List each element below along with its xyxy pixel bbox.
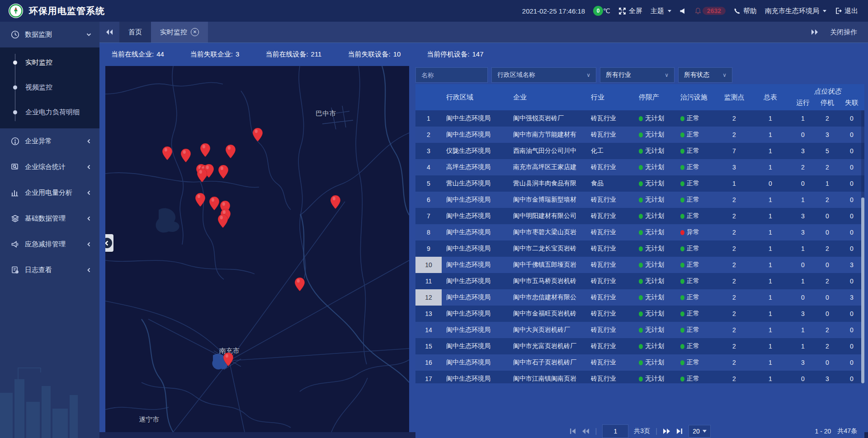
row-total-meter: 1 — [750, 110, 791, 127]
industry-select[interactable]: 所有行业 ∨ — [600, 67, 675, 83]
row-company: 营山县润丰肉食品有限 — [509, 175, 586, 192]
table-row[interactable]: 8 阆中生态环境局 阆中市枣碧大梁山页岩 砖瓦行业 无计划 异常 2 1 3 0… — [415, 224, 864, 240]
table-row[interactable]: 3 仪陇生态环境局 西南油气田分公司川中 化工 无计划 正常 7 1 3 5 0 — [415, 143, 864, 159]
row-index: 1 — [415, 110, 442, 127]
table-row[interactable]: 2 阆中生态环境局 阆中市南方节能建材有 砖瓦行业 无计划 正常 2 1 0 3… — [415, 127, 864, 143]
sidebar-item-power-load-detail[interactable]: 企业电力负荷明细 — [0, 100, 99, 125]
help-button[interactable]: 帮助 — [734, 7, 757, 15]
table-row[interactable]: 14 阆中生态环境局 阆中大兴页岩机砖厂 砖瓦行业 无计划 正常 2 1 1 2… — [415, 322, 864, 338]
row-company: 阆中千佛镇五郎垭页岩 — [509, 257, 586, 273]
row-monitor-points: 2 — [718, 192, 750, 208]
region-select[interactable]: 行政区域名称 ∨ — [491, 67, 596, 83]
table-row[interactable]: 1 阆中生态环境局 阆中强锐页岩砖厂 砖瓦行业 无计划 正常 2 1 1 2 0 — [415, 110, 864, 127]
layers-icon — [11, 214, 19, 223]
stat-label: 当前在线设备: — [265, 50, 308, 59]
last-page-button[interactable] — [676, 428, 683, 434]
map-panel[interactable]: 巴中市南充市遂宁市 — [105, 66, 409, 432]
pagination-bar: | 共3页 | 20 — [415, 421, 864, 438]
row-pollution-facility: 正常 — [677, 175, 718, 192]
table-row[interactable]: 11 阆中生态环境局 阆中市五马桥页岩机砖 砖瓦行业 无计划 正常 2 1 1 … — [415, 273, 864, 289]
first-page-button[interactable] — [569, 428, 576, 434]
datetime-label: 2021-02-25 17:46:18 — [522, 7, 585, 15]
row-total-meter: 1 — [750, 143, 791, 159]
table-row[interactable]: 17 阆中生态环境局 阆中市江南镇阆南页岩 砖瓦行业 无计划 正常 2 1 0 … — [415, 371, 864, 383]
status-select[interactable]: 所有状态 ∨ — [678, 67, 732, 83]
map-pin[interactable] — [226, 145, 236, 160]
stat-value: 44 — [156, 50, 164, 59]
row-total-meter: 1 — [750, 127, 791, 143]
row-stopped: 2 — [815, 192, 840, 208]
table-row[interactable]: 16 阆中生态环境局 阆中市石子页岩机砖厂 砖瓦行业 无计划 正常 2 1 3 … — [415, 354, 864, 371]
table-row[interactable]: 9 阆中生态环境局 阆中市二龙长宝页岩砖 砖瓦行业 无计划 正常 2 1 1 2… — [415, 240, 864, 257]
row-index: 15 — [415, 338, 442, 354]
map-pin[interactable] — [209, 197, 219, 212]
tab-home[interactable]: 首页 — [119, 22, 151, 42]
status-dot-green — [639, 181, 643, 186]
sidebar-item-video-monitoring[interactable]: 视频监控 — [0, 75, 99, 100]
map-collapse-button[interactable] — [105, 234, 113, 252]
table-row[interactable]: 10 阆中生态环境局 阆中千佛镇五郎垭页岩 砖瓦行业 无计划 正常 2 1 0 … — [415, 257, 864, 273]
table-row[interactable]: 4 高坪生态环境局 南充市高坪区王家店建 砖瓦行业 无计划 正常 3 1 2 2… — [415, 159, 864, 175]
row-index: 6 — [415, 192, 442, 208]
table-row[interactable]: 13 阆中生态环境局 阆中市金福旺页岩机砖 砖瓦行业 无计划 正常 2 1 3 … — [415, 306, 864, 322]
page-size-select[interactable]: 20 — [689, 425, 711, 438]
row-region: 阆中生态环境局 — [442, 208, 509, 224]
notifications-button[interactable]: 2632 — [694, 7, 726, 15]
tab-close-icon[interactable]: ✕ — [191, 28, 199, 36]
scrollbar-thumb[interactable] — [861, 198, 864, 383]
row-disconnected: 0 — [840, 110, 864, 127]
row-pollution-facility: 正常 — [677, 110, 718, 127]
map-pin[interactable] — [181, 149, 191, 164]
table-row[interactable]: 5 营山生态环境局 营山县润丰肉食品有限 食品 无计划 正常 1 0 0 1 0 — [415, 175, 864, 192]
row-stop-plan: 无计划 — [635, 175, 677, 192]
map-pin[interactable] — [218, 165, 228, 180]
map-pin[interactable] — [195, 193, 205, 208]
map-pin[interactable] — [200, 143, 210, 159]
map-pin[interactable] — [223, 353, 233, 368]
row-region: 仪陇生态环境局 — [442, 143, 509, 159]
scroll-tabs-left-button[interactable] — [99, 22, 119, 42]
status-dot-green — [639, 165, 643, 170]
map-pin[interactable] — [253, 128, 263, 143]
range-label: 1 - 20 — [815, 428, 831, 435]
chevron-down-icon: ∨ — [586, 72, 590, 78]
close-operations-button[interactable]: 关闭操作 — [830, 28, 857, 37]
map-pin[interactable] — [162, 146, 172, 162]
megaphone-icon — [11, 240, 19, 249]
map-pin[interactable] — [330, 195, 340, 211]
chevron-down-icon — [823, 10, 826, 12]
map-pin[interactable] — [218, 214, 228, 230]
sidebar-item-emergency-reduction[interactable]: 应急减排管理 — [0, 231, 99, 257]
sidebar-item-realtime-monitoring[interactable]: 实时监控 — [0, 50, 99, 75]
logout-button[interactable]: 退出 — [835, 7, 858, 15]
column-header-company: 企业 — [509, 84, 586, 110]
table-row[interactable]: 7 阆中生态环境局 阆中明阳建材有限公司 砖瓦行业 无计划 正常 2 1 3 0… — [415, 208, 864, 224]
next-page-button[interactable] — [663, 428, 670, 434]
sidebar-item-log-view[interactable]: 日志查看 — [0, 257, 99, 283]
row-region: 阆中生态环境局 — [442, 354, 509, 371]
table-row[interactable]: 15 阆中生态环境局 阆中市光富页岩机砖厂 砖瓦行业 无计划 正常 2 1 1 … — [415, 338, 864, 354]
prev-page-button[interactable] — [582, 428, 590, 434]
sidebar-item-enterprise-statistics[interactable]: 企业综合统计 — [0, 154, 99, 180]
table-row[interactable]: 12 阆中生态环境局 阆中市忠信建材有限公 砖瓦行业 无计划 正常 2 1 0 … — [415, 289, 864, 306]
row-pollution-facility: 正常 — [677, 289, 718, 306]
map-pin[interactable] — [197, 169, 207, 184]
row-total-meter: 1 — [750, 240, 791, 257]
row-company: 阆中市光富页岩机砖厂 — [509, 338, 586, 354]
fullscreen-button[interactable]: 全屏 — [618, 7, 642, 15]
sidebar-item-data-monitoring[interactable]: 数据监测 — [0, 22, 99, 47]
page-number-input[interactable] — [602, 424, 628, 438]
row-disconnected: 0 — [840, 371, 864, 383]
table-row[interactable]: 6 阆中生态环境局 阆中市金博瑞新型墙材 砖瓦行业 无计划 正常 2 1 1 2… — [415, 192, 864, 208]
sidebar-item-base-data-management[interactable]: 基础数据管理 — [0, 206, 99, 231]
organization-dropdown[interactable]: 南充市生态环境局 — [765, 7, 826, 15]
name-search-input[interactable] — [415, 67, 488, 83]
row-industry: 食品 — [586, 175, 635, 192]
sidebar-item-power-usage-analysis[interactable]: 企业用电量分析 — [0, 180, 99, 206]
sidebar-item-enterprise-abnormal[interactable]: 企业异常 — [0, 128, 99, 154]
map-pin[interactable] — [295, 278, 305, 293]
mute-button[interactable] — [679, 8, 686, 14]
tab-realtime-monitoring[interactable]: 实时监控 ✕ — [151, 22, 208, 42]
scroll-tabs-right-button[interactable] — [811, 29, 818, 35]
theme-dropdown[interactable]: 主题 — [651, 7, 671, 15]
